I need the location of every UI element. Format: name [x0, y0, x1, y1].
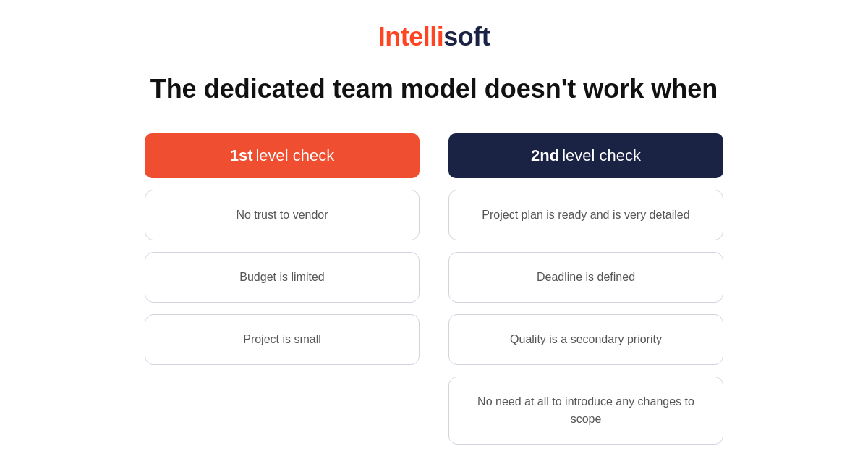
- columns-container: 1st level check No trust to vendor Budge…: [80, 133, 788, 445]
- left-card-1-text: No trust to vendor: [236, 209, 328, 221]
- right-header-rest: level check: [562, 146, 641, 165]
- left-header-bold: 1st: [230, 146, 253, 165]
- left-card-1: No trust to vendor: [145, 190, 420, 240]
- left-column-header: 1st level check: [145, 133, 420, 178]
- right-card-3: Quality is a secondary priority: [448, 314, 723, 365]
- main-title: The dedicated team model doesn't work wh…: [150, 74, 718, 104]
- right-card-3-text: Quality is a secondary priority: [510, 333, 662, 345]
- left-card-3: Project is small: [145, 314, 420, 365]
- right-card-4-text: No need at all to introduce any changes …: [477, 395, 694, 425]
- logo-intelli: Intelli: [378, 22, 444, 51]
- right-card-4: No need at all to introduce any changes …: [448, 377, 723, 445]
- right-card-2-text: Deadline is defined: [537, 271, 635, 283]
- left-card-2: Budget is limited: [145, 252, 420, 303]
- right-column: 2nd level check Project plan is ready an…: [448, 133, 723, 445]
- right-column-header: 2nd level check: [448, 133, 723, 178]
- right-card-2: Deadline is defined: [448, 252, 723, 303]
- left-header-rest: level check: [255, 146, 334, 165]
- right-card-1: Project plan is ready and is very detail…: [448, 190, 723, 240]
- logo-soft: soft: [443, 22, 490, 51]
- left-column: 1st level check No trust to vendor Budge…: [145, 133, 420, 445]
- left-card-3-text: Project is small: [243, 333, 321, 345]
- logo: Intellisoft: [378, 22, 490, 52]
- right-card-1-text: Project plan is ready and is very detail…: [482, 209, 689, 221]
- right-header-bold: 2nd: [531, 146, 559, 165]
- left-card-2-text: Budget is limited: [239, 271, 324, 283]
